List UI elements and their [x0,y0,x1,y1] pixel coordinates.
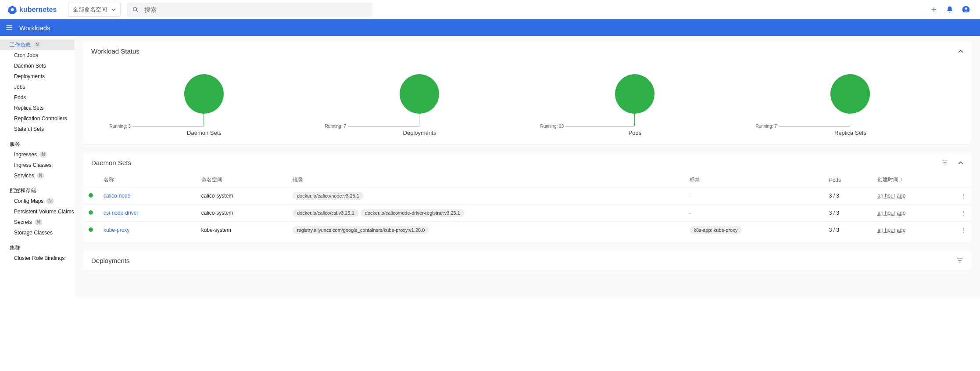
sidebar-item-ingress-classes[interactable]: Ingress Classes [0,160,75,170]
page-title: Workloads [19,24,50,32]
labels-cell: - [690,193,691,199]
status-pie-icon [184,74,224,114]
sidebar-item-stateful-sets[interactable]: Stateful Sets [0,124,75,134]
daemon-sets-card: Daemon Sets 名称命名空间镜像标签Pods创建时间 ↑ calico-… [83,153,971,242]
row-menu-button[interactable]: ⋮ [955,187,971,205]
status-running-label: Running: 3 [109,124,130,129]
sidebar-item-storage-classes[interactable]: Storage Classes [0,227,75,238]
svg-point-5 [965,7,967,10]
resource-link[interactable]: csi-node-driver [104,210,138,216]
sidebar-group-label: 集群 [10,244,20,252]
sidebar-item-label: Jobs [14,84,25,90]
daemon-sets-table: 名称命名空间镜像标签Pods创建时间 ↑ calico-nodecalico-s… [83,173,971,238]
filter-button[interactable] [941,159,948,166]
table-row: csi-node-drivercalico-systemdocker.io/ca… [83,205,971,222]
search-icon [132,6,139,13]
dropdown-icon [111,7,116,12]
deployments-card: Deployments [83,251,971,270]
created-cell: an hour ago [877,193,905,199]
notifications-button[interactable] [946,6,954,14]
sidebar-item-ingresses[interactable]: IngressesN [0,149,75,160]
svg-line-3 [136,11,138,12]
pods-cell: 3 / 3 [824,222,873,239]
sidebar-item-pods[interactable]: Pods [0,92,75,103]
sidebar-item-label: Pods [14,94,26,101]
col-namespace[interactable]: 命名空间 [196,173,287,187]
image-chip: docker.io/calico/node-driver-registrar:v… [361,209,465,217]
sidebar-item-label: Daemon Sets [14,63,46,69]
kubernetes-logo-icon [8,5,17,14]
filter-button[interactable] [956,257,963,264]
logo-text: kubernetes [19,6,57,14]
collapse-button[interactable] [958,49,963,54]
sidebar-item-replication-controllers[interactable]: Replication Controllers [0,113,75,124]
menu-button[interactable] [5,24,13,32]
search-input[interactable] [144,6,367,13]
sidebar-item-jobs[interactable]: Jobs [0,82,75,92]
sidebar-item-replica-sets[interactable]: Replica Sets [0,103,75,113]
sidebar-item-services[interactable]: ServicesN [0,170,75,181]
sidebar-group-配置和存储[interactable]: 配置和存储 [0,185,75,196]
row-menu-button[interactable]: ⋮ [955,205,971,222]
sidebar: 工作负载NCron JobsDaemon SetsDeploymentsJobs… [0,36,75,297]
collapse-button[interactable] [958,160,963,166]
logo[interactable]: kubernetes [4,5,61,14]
col-name[interactable]: 名称 [98,173,196,187]
sidebar-item-label: Storage Classes [14,230,53,236]
sidebar-group-label: 服务 [10,140,20,148]
namespaced-badge: N [39,151,47,158]
image-chip: docker.io/calico/node:v3.25.1 [293,192,364,200]
sidebar-item-daemon-sets[interactable]: Daemon Sets [0,61,75,71]
sidebar-group-label: 工作负载 [10,41,31,49]
status-running-label: Running: 23 [540,124,564,129]
status-dot-icon [89,210,93,215]
col-labels[interactable]: 标签 [684,173,824,187]
resource-link[interactable]: calico-node [104,193,130,199]
namespace-cell: calico-system [196,187,287,205]
col-created[interactable]: 创建时间 ↑ [872,173,955,187]
row-menu-button[interactable]: ⋮ [955,222,971,239]
col-images[interactable]: 镜像 [287,173,684,187]
status-leader: Running: 7 [325,113,419,139]
namespaced-badge: N [35,219,42,225]
sidebar-item-label: Deployments [14,73,45,79]
sidebar-item-deployments[interactable]: Deployments [0,71,75,82]
col-pods[interactable]: Pods [824,173,873,187]
sidebar-item-cluster-role-bindings[interactable]: Cluster Role Bindings [0,253,75,263]
resource-link[interactable]: kube-proxy [104,227,129,233]
sidebar-group-服务[interactable]: 服务 [0,139,75,149]
image-chip: registry.aliyuncs.com/google_containers/… [293,226,429,234]
sidebar-group-工作负载[interactable]: 工作负载N [0,40,75,50]
status-dot-icon [89,227,93,232]
sidebar-item-label: Persistent Volume Claims [14,209,74,215]
secondary-header: Workloads [0,19,980,36]
pods-cell: 3 / 3 [824,205,873,222]
namespaced-badge: N [46,198,54,204]
sidebar-group-集群[interactable]: 集群 [0,242,75,253]
created-cell: an hour ago [877,210,905,216]
labels-cell: - [690,210,691,216]
status-item-pods: Running: 23Pods [540,74,730,136]
sidebar-item-label: Secrets [14,219,32,225]
sidebar-item-label: Ingresses [14,151,37,158]
sidebar-item-persistent-volume-claims[interactable]: Persistent Volume ClaimsN [0,206,75,217]
status-pie-icon [615,74,655,114]
namespace-selector-value: 全部命名空间 [73,6,107,14]
table-row: kube-proxykube-systemregistry.aliyuncs.c… [83,222,971,239]
search-box[interactable] [127,3,372,17]
sidebar-item-config-maps[interactable]: Config MapsN [0,196,75,206]
sidebar-item-secrets[interactable]: SecretsN [0,217,75,227]
daemon-sets-title: Daemon Sets [91,159,131,166]
status-dot-icon [89,193,93,198]
create-button[interactable] [930,6,938,14]
account-button[interactable] [962,5,970,14]
namespaced-badge: N [37,173,44,179]
status-item-daemon-sets: Running: 3Daemon Sets [109,74,299,136]
status-leader: Running: 7 [755,113,850,139]
sidebar-item-cron-jobs[interactable]: Cron Jobs [0,50,75,61]
namespace-selector[interactable]: 全部命名空间 [68,3,121,17]
sidebar-group-label: 配置和存储 [10,187,36,195]
status-running-label: Running: 7 [755,124,776,129]
label-chip: k8s-app: kube-proxy [690,226,742,234]
images-cell: docker.io/calico/node:v3.25.1 [287,187,684,205]
